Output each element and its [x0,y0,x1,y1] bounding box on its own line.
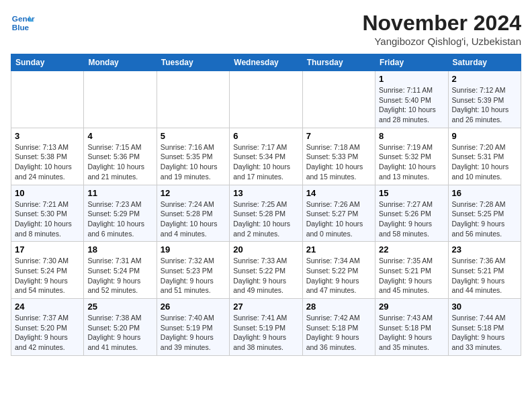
day-info: Sunrise: 7:17 AM Sunset: 5:34 PM Dayligh… [233,142,298,182]
day-info: Sunrise: 7:44 AM Sunset: 5:18 PM Dayligh… [452,313,517,353]
day-number: 18 [87,244,152,255]
weekday-header-wednesday: Wednesday [230,54,302,71]
calendar-cell: 23Sunrise: 7:36 AM Sunset: 5:21 PM Dayli… [448,242,521,299]
day-number: 17 [15,244,80,255]
logo-icon: General Blue [11,11,35,35]
calendar-cell: 21Sunrise: 7:34 AM Sunset: 5:22 PM Dayli… [302,242,375,299]
calendar-cell: 12Sunrise: 7:24 AM Sunset: 5:28 PM Dayli… [157,185,229,242]
day-number: 23 [452,244,517,255]
day-info: Sunrise: 7:34 AM Sunset: 5:22 PM Dayligh… [306,256,371,295]
svg-text:General: General [12,14,35,23]
day-info: Sunrise: 7:23 AM Sunset: 5:29 PM Dayligh… [87,199,152,239]
calendar-cell: 15Sunrise: 7:27 AM Sunset: 5:26 PM Dayli… [375,185,448,242]
day-number: 26 [161,302,226,312]
calendar-cell: 6Sunrise: 7:17 AM Sunset: 5:34 PM Daylig… [230,128,302,185]
day-number: 8 [379,131,444,141]
day-number: 28 [306,302,371,312]
weekday-header-tuesday: Tuesday [157,54,229,71]
day-info: Sunrise: 7:12 AM Sunset: 5:39 PM Dayligh… [452,85,517,125]
day-info: Sunrise: 7:35 AM Sunset: 5:21 PM Dayligh… [379,256,444,295]
day-number: 6 [233,131,298,141]
day-number: 29 [379,302,444,312]
weekday-header-friday: Friday [375,54,448,71]
calendar-cell: 27Sunrise: 7:41 AM Sunset: 5:19 PM Dayli… [230,299,302,356]
calendar-cell [84,71,157,128]
calendar-cell [157,71,229,128]
calendar-cell: 2Sunrise: 7:12 AM Sunset: 5:39 PM Daylig… [448,71,521,128]
day-info: Sunrise: 7:36 AM Sunset: 5:21 PM Dayligh… [452,256,517,295]
day-info: Sunrise: 7:38 AM Sunset: 5:20 PM Dayligh… [87,313,152,353]
calendar-cell: 20Sunrise: 7:33 AM Sunset: 5:22 PM Dayli… [230,242,302,299]
day-number: 24 [15,302,80,312]
day-number: 13 [233,188,298,198]
day-number: 5 [161,131,226,141]
day-number: 12 [161,188,226,198]
day-info: Sunrise: 7:42 AM Sunset: 5:18 PM Dayligh… [306,313,371,353]
weekday-header-thursday: Thursday [302,54,375,71]
calendar-cell: 1Sunrise: 7:11 AM Sunset: 5:40 PM Daylig… [375,71,448,128]
calendar-cell: 8Sunrise: 7:19 AM Sunset: 5:32 PM Daylig… [375,128,448,185]
day-info: Sunrise: 7:19 AM Sunset: 5:32 PM Dayligh… [379,142,444,182]
day-info: Sunrise: 7:25 AM Sunset: 5:28 PM Dayligh… [233,199,298,239]
day-number: 16 [452,188,517,198]
calendar-cell: 29Sunrise: 7:43 AM Sunset: 5:18 PM Dayli… [375,299,448,356]
calendar-cell: 19Sunrise: 7:32 AM Sunset: 5:23 PM Dayli… [157,242,229,299]
day-number: 14 [306,188,371,198]
calendar-cell: 9Sunrise: 7:20 AM Sunset: 5:31 PM Daylig… [448,128,521,185]
month-title: November 2024 [362,11,521,36]
day-info: Sunrise: 7:37 AM Sunset: 5:20 PM Dayligh… [15,313,80,353]
day-info: Sunrise: 7:41 AM Sunset: 5:19 PM Dayligh… [233,313,298,353]
day-number: 30 [452,302,517,312]
day-info: Sunrise: 7:16 AM Sunset: 5:35 PM Dayligh… [161,142,226,182]
day-info: Sunrise: 7:31 AM Sunset: 5:24 PM Dayligh… [87,256,152,295]
calendar-cell: 5Sunrise: 7:16 AM Sunset: 5:35 PM Daylig… [157,128,229,185]
day-info: Sunrise: 7:28 AM Sunset: 5:25 PM Dayligh… [452,199,517,239]
day-number: 25 [87,302,152,312]
day-number: 9 [452,131,517,141]
title-block: November 2024 Yangibozor Qishlog'i, Uzbe… [362,11,521,47]
calendar-week-5: 24Sunrise: 7:37 AM Sunset: 5:20 PM Dayli… [11,299,521,356]
calendar-body: 1Sunrise: 7:11 AM Sunset: 5:40 PM Daylig… [11,71,521,356]
day-info: Sunrise: 7:43 AM Sunset: 5:18 PM Dayligh… [379,313,444,353]
day-number: 22 [379,244,444,255]
day-info: Sunrise: 7:40 AM Sunset: 5:19 PM Dayligh… [161,313,226,353]
day-number: 10 [15,188,80,198]
day-info: Sunrise: 7:33 AM Sunset: 5:22 PM Dayligh… [233,256,298,295]
calendar-week-2: 3Sunrise: 7:13 AM Sunset: 5:38 PM Daylig… [11,128,521,185]
day-number: 27 [233,302,298,312]
calendar-cell [302,71,375,128]
calendar-week-3: 10Sunrise: 7:21 AM Sunset: 5:30 PM Dayli… [11,185,521,242]
calendar-cell: 16Sunrise: 7:28 AM Sunset: 5:25 PM Dayli… [448,185,521,242]
day-info: Sunrise: 7:15 AM Sunset: 5:36 PM Dayligh… [87,142,152,182]
calendar-cell: 14Sunrise: 7:26 AM Sunset: 5:27 PM Dayli… [302,185,375,242]
weekday-header-monday: Monday [84,54,157,71]
calendar-cell: 22Sunrise: 7:35 AM Sunset: 5:21 PM Dayli… [375,242,448,299]
calendar-cell [11,71,84,128]
day-info: Sunrise: 7:11 AM Sunset: 5:40 PM Dayligh… [379,85,444,125]
day-info: Sunrise: 7:21 AM Sunset: 5:30 PM Dayligh… [15,199,80,239]
day-number: 19 [161,244,226,255]
calendar-cell: 17Sunrise: 7:30 AM Sunset: 5:24 PM Dayli… [11,242,84,299]
calendar-table: SundayMondayTuesdayWednesdayThursdayFrid… [11,54,521,356]
day-number: 15 [379,188,444,198]
day-info: Sunrise: 7:32 AM Sunset: 5:23 PM Dayligh… [161,256,226,295]
calendar-cell: 26Sunrise: 7:40 AM Sunset: 5:19 PM Dayli… [157,299,229,356]
day-number: 3 [15,131,80,141]
day-info: Sunrise: 7:18 AM Sunset: 5:33 PM Dayligh… [306,142,371,182]
day-number: 21 [306,244,371,255]
page-header: General Blue November 2024 Yangibozor Qi… [11,11,521,47]
weekday-header-saturday: Saturday [448,54,521,71]
day-info: Sunrise: 7:24 AM Sunset: 5:28 PM Dayligh… [161,199,226,239]
day-info: Sunrise: 7:30 AM Sunset: 5:24 PM Dayligh… [15,256,80,295]
calendar-cell: 7Sunrise: 7:18 AM Sunset: 5:33 PM Daylig… [302,128,375,185]
day-number: 1 [379,74,444,84]
calendar-week-4: 17Sunrise: 7:30 AM Sunset: 5:24 PM Dayli… [11,242,521,299]
calendar-cell: 11Sunrise: 7:23 AM Sunset: 5:29 PM Dayli… [84,185,157,242]
day-number: 2 [452,74,517,84]
svg-text:Blue: Blue [12,23,30,32]
calendar-cell: 28Sunrise: 7:42 AM Sunset: 5:18 PM Dayli… [302,299,375,356]
day-number: 20 [233,244,298,255]
day-info: Sunrise: 7:26 AM Sunset: 5:27 PM Dayligh… [306,199,371,239]
day-number: 7 [306,131,371,141]
day-number: 11 [87,188,152,198]
